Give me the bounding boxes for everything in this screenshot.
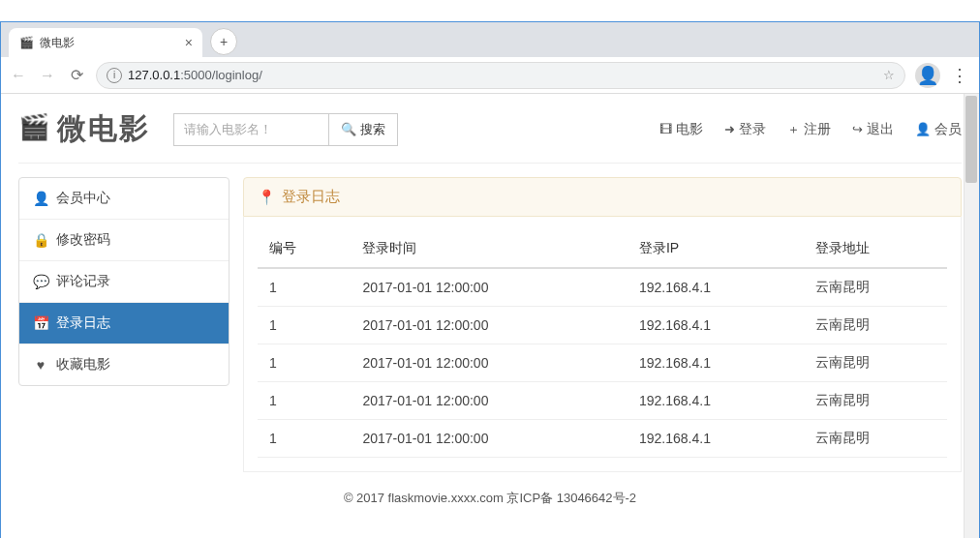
nav-movie-label: 电影 [676,121,703,138]
sidebar-item-login-log[interactable]: 📅登录日志 [19,303,229,344]
nav-login[interactable]: ➜登录 [724,121,766,138]
tab-bar: 🎬 微电影 × + [1,22,979,57]
clapper-icon: 🎬 [18,112,51,142]
table-row: 12017-01-01 12:00:00192.168.4.1云南昆明 [258,344,947,382]
search-button-label: 搜索 [360,121,385,138]
search-input[interactable] [173,113,328,146]
col-location: 登录地址 [804,230,947,268]
cell-loc: 云南昆明 [804,307,947,344]
sidebar-item-label: 会员中心 [56,190,110,207]
site-logo[interactable]: 🎬 微电影 [18,109,150,149]
cell-time: 2017-01-01 12:00:00 [351,344,628,382]
logout-icon: ↪ [852,122,863,136]
nav-logout-label: 退出 [867,121,894,138]
film-icon: 🎞 [659,122,672,136]
cell-loc: 云南昆明 [804,344,947,382]
bookmark-star-icon[interactable]: ☆ [883,68,895,82]
pin-icon: 📍 [258,189,276,206]
login-log-table: 编号 登录时间 登录IP 登录地址 12017-01-01 12:00:0019… [258,230,947,458]
col-id: 编号 [258,230,351,268]
sidebar-item-favorites[interactable]: ♥收藏电影 [19,344,229,385]
table-row: 12017-01-01 12:00:00192.168.4.1云南昆明 [258,420,947,458]
plus-icon: ＋ [787,121,800,138]
sidebar-item-label: 收藏电影 [56,356,110,374]
cell-loc: 云南昆明 [804,420,947,458]
tab-favicon-icon: 🎬 [18,35,34,50]
sidebar-item-label: 评论记录 [56,273,110,290]
cell-time: 2017-01-01 12:00:00 [351,420,628,458]
cell-id: 1 [258,268,351,307]
sidebar: 👤会员中心 🔒修改密码 💬评论记录 📅登录日志 ♥收藏电影 [18,177,230,386]
logo-text: 微电影 [57,109,150,149]
nav-reload-button[interactable]: ⟳ [67,66,86,84]
col-time: 登录时间 [351,230,628,268]
cell-ip: 192.168.4.1 [628,420,804,458]
cell-loc: 云南昆明 [804,268,947,307]
url-text: 127.0.0.1:5000/loginlog/ [128,68,262,82]
table-row: 12017-01-01 12:00:00192.168.4.1云南昆明 [258,382,947,420]
menu-kebab-icon[interactable]: ⋮ [948,65,971,86]
nav-logout[interactable]: ↪退出 [852,121,894,138]
site-info-icon[interactable]: i [107,68,122,83]
new-tab-button[interactable]: + [210,28,237,55]
panel-title: 登录日志 [282,188,340,206]
browser-tab[interactable]: 🎬 微电影 × [9,28,202,57]
nav-forward-button[interactable]: → [38,67,57,84]
cell-ip: 192.168.4.1 [628,344,804,382]
main-layout: 👤会员中心 🔒修改密码 💬评论记录 📅登录日志 ♥收藏电影 📍 登录日志 [18,164,962,472]
sidebar-item-label: 修改密码 [56,231,110,249]
nav-back-button[interactable]: ← [9,67,28,84]
cell-ip: 192.168.4.1 [628,382,804,420]
browser-window: 🎬 微电影 × + ← → ⟳ i 127.0.0.1:5000/loginlo… [0,21,980,538]
sidebar-item-label: 登录日志 [56,314,110,332]
panel-body: 编号 登录时间 登录IP 登录地址 12017-01-01 12:00:0019… [243,217,962,472]
tab-close-button[interactable]: × [185,35,193,50]
sidebar-item-member-center[interactable]: 👤会员中心 [19,178,229,220]
nav-login-label: 登录 [739,121,766,138]
user-icon: 👤 [33,191,48,206]
table-header-row: 编号 登录时间 登录IP 登录地址 [258,230,947,268]
top-nav: 🎞电影 ➜登录 ＋注册 ↪退出 👤会员 [659,121,962,138]
cell-id: 1 [258,344,351,382]
col-ip: 登录IP [628,230,804,268]
cell-id: 1 [258,420,351,458]
page-footer: © 2017 flaskmovie.xxxx.com 京ICP备 1304664… [18,472,962,517]
cell-ip: 192.168.4.1 [628,307,804,344]
tab-title: 微电影 [40,35,75,51]
panel-header: 📍 登录日志 [243,177,962,217]
user-icon: 👤 [915,122,931,136]
page-viewport: ▲ ▼ 🎬 微电影 🔍 搜索 🎞电影 [1,94,979,538]
comment-icon: 💬 [33,274,48,289]
cell-time: 2017-01-01 12:00:00 [351,268,628,307]
nav-movie[interactable]: 🎞电影 [659,121,703,138]
calendar-icon: 📅 [33,315,48,331]
nav-register-label: 注册 [804,121,831,138]
profile-avatar-icon[interactable]: 👤 [915,63,938,88]
cell-time: 2017-01-01 12:00:00 [351,307,628,344]
lock-icon: 🔒 [33,232,48,248]
scrollbar[interactable]: ▲ ▼ [964,94,979,538]
content-panel: 📍 登录日志 编号 登录时间 登录IP 登录地址 [243,177,962,472]
scrollbar-thumb[interactable] [965,96,977,183]
search-icon: 🔍 [341,122,356,136]
table-row: 12017-01-01 12:00:00192.168.4.1云南昆明 [258,307,947,344]
search-button[interactable]: 🔍 搜索 [328,113,398,146]
table-row: 12017-01-01 12:00:00192.168.4.1云南昆明 [258,268,947,307]
site-header: 🎬 微电影 🔍 搜索 🎞电影 ➜登录 ＋注册 ↪退出 👤会员 [18,104,962,164]
nav-register[interactable]: ＋注册 [787,121,831,138]
login-icon: ➜ [724,122,735,136]
cell-id: 1 [258,307,351,344]
address-bar: ← → ⟳ i 127.0.0.1:5000/loginlog/ ☆ 👤 ⋮ [1,57,979,94]
address-field[interactable]: i 127.0.0.1:5000/loginlog/ ☆ [96,62,905,89]
nav-member[interactable]: 👤会员 [915,121,962,138]
nav-member-label: 会员 [934,121,962,138]
cell-loc: 云南昆明 [804,382,947,420]
cell-time: 2017-01-01 12:00:00 [351,382,628,420]
cell-ip: 192.168.4.1 [628,268,804,307]
cell-id: 1 [258,382,351,420]
sidebar-item-change-password[interactable]: 🔒修改密码 [19,220,229,261]
search-form: 🔍 搜索 [173,113,398,146]
sidebar-item-comments[interactable]: 💬评论记录 [19,261,229,303]
heart-icon: ♥ [33,357,48,373]
